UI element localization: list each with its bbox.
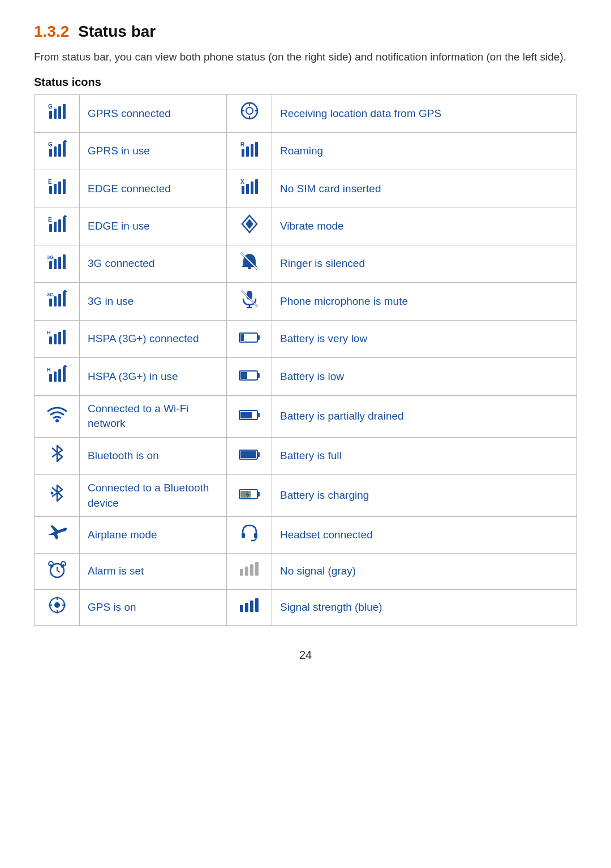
icon-3g-in-use: 3G — [35, 283, 80, 320]
svg-rect-31 — [255, 179, 258, 194]
label-no-sim: No SIM card inserted — [272, 170, 577, 208]
svg-rect-98 — [240, 569, 243, 576]
svg-rect-20 — [251, 144, 253, 157]
label-battery-very-low: Battery is very low — [272, 320, 577, 357]
svg-rect-41 — [49, 261, 52, 269]
table-row: G GPRS in use R Roaming — [35, 132, 577, 170]
svg-rect-70 — [58, 369, 61, 382]
label-battery-partial: Battery is partially drained — [272, 395, 577, 437]
label-gprs-in-use: GPRS in use — [80, 132, 227, 170]
status-icons-table: G GPRS connected Receiving location data… — [34, 94, 577, 626]
svg-rect-34 — [54, 222, 57, 232]
table-row: Connected to a Wi-Fi network Battery is … — [35, 395, 577, 437]
label-battery-charging: Battery is charging — [272, 475, 577, 517]
label-battery-low: Battery is low — [272, 358, 577, 395]
svg-text:H: H — [47, 367, 51, 373]
svg-text:E: E — [48, 217, 52, 223]
label-alarm: Alarm is set — [80, 553, 227, 589]
icon-gprs-connected: G — [35, 95, 80, 132]
svg-rect-100 — [250, 564, 253, 576]
icon-alarm — [35, 553, 80, 589]
section-heading: 1.3.2 Status bar — [34, 23, 577, 41]
svg-text:G: G — [48, 141, 53, 148]
svg-rect-28 — [242, 186, 244, 194]
table-row: GPS is on Signal strength (blue) — [35, 590, 577, 626]
svg-rect-43 — [58, 257, 61, 269]
icon-wifi — [35, 395, 80, 437]
table-row: Bluetooth is on Battery is full — [35, 437, 577, 474]
svg-rect-85 — [257, 492, 260, 496]
label-gprs-connected: GPRS connected — [80, 95, 227, 132]
label-vibrate: Vibrate mode — [272, 208, 577, 245]
svg-rect-71 — [63, 367, 66, 382]
label-mic-mute: Phone microphone is mute — [272, 283, 577, 320]
icon-no-sim: X — [227, 170, 272, 208]
svg-rect-4 — [63, 104, 66, 119]
icon-gprs-in-use: G — [35, 132, 80, 170]
section-title: Status bar — [78, 23, 156, 41]
label-headset: Headset connected — [272, 517, 577, 553]
label-3g-in-use: 3G in use — [80, 283, 227, 320]
svg-rect-21 — [255, 142, 258, 157]
svg-rect-15 — [63, 142, 66, 157]
svg-rect-42 — [54, 259, 57, 269]
svg-rect-82 — [240, 451, 256, 458]
label-ringer-silent: Ringer is silenced — [272, 245, 577, 282]
svg-text:G: G — [48, 103, 53, 110]
svg-text:R: R — [240, 141, 245, 148]
label-signal-blue: Signal strength (blue) — [272, 590, 577, 626]
svg-rect-101 — [255, 562, 259, 576]
icon-battery-low — [227, 358, 272, 395]
table-row: Alarm is set No signal (gray) — [35, 553, 577, 589]
svg-rect-29 — [246, 184, 249, 194]
svg-rect-2 — [54, 109, 57, 119]
icon-hspa-connected: H — [35, 320, 80, 357]
icon-vibrate — [227, 208, 272, 245]
svg-rect-75 — [240, 372, 247, 379]
svg-rect-88 — [242, 533, 245, 538]
table-row: G GPRS connected Receiving location data… — [35, 95, 577, 132]
page-number: 24 — [34, 649, 577, 662]
label-hspa-connected: HSPA (3G+) connected — [80, 320, 227, 357]
label-gps-location: Receiving location data from GPS — [272, 95, 577, 132]
icon-battery-very-low — [227, 320, 272, 357]
svg-rect-45 — [248, 267, 251, 269]
svg-rect-25 — [58, 182, 61, 194]
label-hspa-in-use: HSPA (3G+) in use — [80, 358, 227, 395]
icon-gps-on — [35, 590, 80, 626]
svg-rect-66 — [240, 334, 244, 341]
svg-text:H: H — [47, 330, 51, 335]
svg-text:3G: 3G — [47, 292, 54, 297]
svg-rect-3 — [58, 106, 61, 119]
svg-marker-72 — [63, 365, 67, 367]
svg-marker-16 — [63, 140, 67, 142]
svg-rect-19 — [246, 146, 249, 157]
svg-rect-36 — [63, 217, 66, 232]
svg-rect-30 — [251, 182, 253, 194]
label-airplane: Airplane mode — [80, 517, 227, 553]
svg-rect-78 — [257, 413, 260, 417]
svg-point-6 — [246, 107, 253, 114]
section-number: 1.3.2 — [34, 23, 69, 41]
svg-rect-23 — [49, 186, 52, 194]
svg-marker-39 — [246, 219, 253, 229]
svg-rect-60 — [49, 336, 52, 344]
icon-gps-target — [227, 95, 272, 132]
icon-airplane — [35, 517, 80, 553]
label-roaming: Roaming — [272, 132, 577, 170]
svg-rect-12 — [49, 149, 52, 157]
intro-text: From status bar, you can view both phone… — [34, 49, 577, 66]
svg-rect-61 — [54, 334, 57, 344]
svg-rect-33 — [49, 224, 52, 232]
label-wifi: Connected to a Wi-Fi network — [80, 395, 227, 437]
svg-rect-109 — [245, 603, 248, 612]
table-row: 3G 3G in use Phone microphone is mute — [35, 283, 577, 320]
table-row: E EDGE in use Vibrate mode — [35, 208, 577, 245]
label-edge-connected: EDGE connected — [80, 170, 227, 208]
svg-rect-26 — [63, 179, 66, 194]
svg-rect-50 — [54, 296, 57, 306]
svg-point-83 — [50, 491, 53, 494]
svg-text:X: X — [240, 179, 244, 185]
table-row: Airplane mode Headset connected — [35, 517, 577, 553]
icon-battery-charging — [227, 475, 272, 517]
